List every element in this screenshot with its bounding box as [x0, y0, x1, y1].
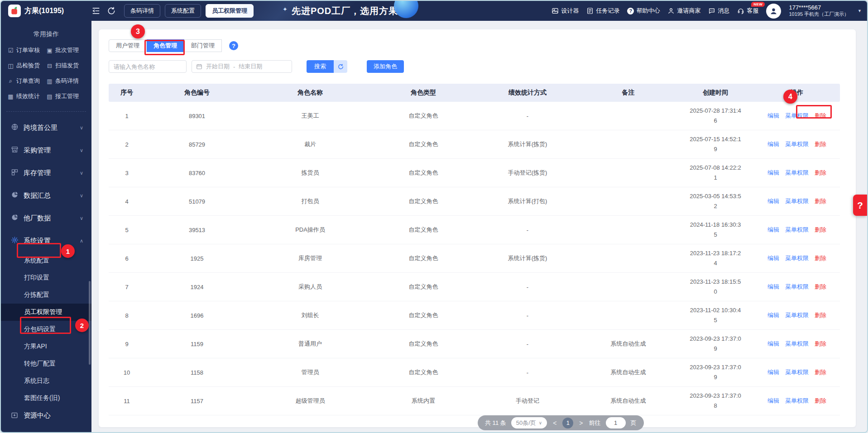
sidebar-menu-4[interactable]: 数据汇总∨ [1, 184, 91, 207]
tab-用户管理[interactable]: 用户管理 [109, 39, 147, 52]
delete-link[interactable]: 删除 [815, 254, 826, 262]
menu-permission-link[interactable]: 菜单权限 [785, 226, 809, 234]
tab-角色管理[interactable]: 角色管理 [147, 39, 184, 52]
tab-部门管理[interactable]: 部门管理 [184, 39, 222, 52]
prev-page-button[interactable]: < [552, 419, 557, 427]
edit-link[interactable]: 编辑 [767, 311, 779, 319]
menu-permission-link[interactable]: 菜单权限 [785, 283, 809, 291]
next-page-button[interactable]: > [578, 419, 584, 427]
quick-op-1[interactable]: ☑订单审核 [7, 43, 46, 58]
delete-link[interactable]: 删除 [815, 368, 826, 376]
topbar-tab-2[interactable]: 系统配置 [165, 4, 201, 18]
quick-op-2[interactable]: ▣批次管理 [46, 43, 85, 58]
delete-link[interactable]: 删除 [815, 112, 826, 120]
cell-remark: 系统自动生成 [580, 368, 677, 376]
refresh-icon[interactable] [107, 6, 116, 15]
sidebar-submenu-转他厂配置[interactable]: 转他厂配置 [1, 355, 91, 372]
cell-role-code: 89301 [145, 113, 249, 119]
date-range-picker[interactable]: 开始日期 - 结束日期 [192, 60, 292, 73]
cell-created-time: 2023-09-23 17:37:09 [677, 334, 754, 354]
menu-fold-icon[interactable] [91, 6, 101, 15]
quick-op-7[interactable]: ▦绩效统计 [7, 89, 46, 104]
tab-help-icon[interactable]: ? [229, 41, 238, 50]
edit-link[interactable]: 编辑 [767, 340, 779, 348]
quick-op-5[interactable]: ⌕订单查询 [7, 73, 46, 89]
sidebar-item-resource-center[interactable]: 资源中心 [1, 407, 91, 424]
sidebar-menu-2[interactable]: 采购管理∨ [1, 139, 91, 162]
sidebar-menu-1[interactable]: 跨境首公里∨ [1, 116, 91, 139]
topbar-item-2[interactable]: 任务记录 [586, 7, 619, 15]
delete-link[interactable]: 删除 [815, 140, 826, 148]
sidebar-menu-3[interactable]: 库存管理∨ [1, 162, 91, 184]
quick-op-6[interactable]: ▥条码详情 [46, 73, 85, 89]
menu-permission-link[interactable]: 菜单权限 [785, 397, 809, 405]
delete-link[interactable]: 删除 [815, 169, 826, 177]
delete-link[interactable]: 删除 [815, 226, 826, 234]
floating-help-button[interactable]: ? [853, 195, 867, 216]
role-name-input[interactable] [109, 60, 187, 73]
topbar-item-6[interactable]: 客服NEW [737, 7, 758, 15]
logo[interactable]: 方果(10195) [1, 5, 91, 17]
chevron-down-icon[interactable]: ▼ [858, 9, 862, 13]
quick-op-3[interactable]: ◫品检验货 [7, 58, 46, 73]
menu-permission-link[interactable]: 菜单权限 [785, 254, 809, 262]
delete-link[interactable]: 删除 [815, 397, 826, 405]
content-card: 用户管理角色管理部门管理? 开始日期 - 结束日期 搜索 添加角色 [99, 29, 856, 427]
menu-permission-link[interactable]: 菜单权限 [785, 311, 809, 319]
edit-link[interactable]: 编辑 [767, 169, 779, 177]
user-info[interactable]: 177****566710195 手机壳（工厂演示） [789, 4, 849, 18]
edit-link[interactable]: 编辑 [767, 254, 779, 262]
topbar-item-3[interactable]: ?帮助中心 [627, 7, 660, 15]
sidebar-submenu-系统日志[interactable]: 系统日志 [1, 372, 91, 390]
delete-link[interactable]: 删除 [815, 340, 826, 348]
page-size-select[interactable]: 50条/页 ∨ [511, 417, 547, 428]
search-button[interactable]: 搜索 [307, 60, 334, 73]
menu-permission-link[interactable]: 菜单权限 [785, 140, 809, 148]
sidebar-menu-5[interactable]: 他厂数据∨ [1, 207, 91, 229]
quick-op-8[interactable]: ▤报工管理 [46, 89, 85, 104]
sidebar-submenu-套图任务(旧)[interactable]: 套图任务(旧) [1, 390, 91, 407]
topbar-item-4[interactable]: 邀请商家 [667, 7, 700, 15]
topbar-tab-1[interactable]: 条码详情 [124, 4, 160, 18]
menu-permission-link[interactable]: 菜单权限 [785, 197, 809, 205]
edit-link[interactable]: 编辑 [767, 112, 779, 120]
purchase-icon [11, 146, 24, 155]
add-role-button[interactable]: 添加角色 [367, 60, 404, 73]
edit-link[interactable]: 编辑 [767, 197, 779, 205]
menu-permission-link[interactable]: 菜单权限 [785, 169, 809, 177]
edit-link[interactable]: 编辑 [767, 140, 779, 148]
sidebar-menu-6[interactable]: 系统设置∧ [1, 229, 91, 252]
menu-permission-link[interactable]: 菜单权限 [785, 340, 809, 348]
menu-permission-link[interactable]: 菜单权限 [785, 368, 809, 376]
sidebar-submenu-分拣配置[interactable]: 分拣配置 [1, 286, 91, 304]
avatar[interactable] [766, 4, 781, 19]
cell-role-type: 自定义角色 [371, 254, 475, 262]
edit-link[interactable]: 编辑 [767, 397, 779, 405]
current-page-button[interactable]: 1 [562, 418, 573, 428]
sidebar-submenu-方果API[interactable]: 方果API [1, 338, 91, 355]
goto-page-input[interactable] [606, 417, 626, 428]
table-row: 285729裁片自定义角色系统计算(拣货)2025-07-15 14:52:19… [109, 130, 840, 159]
cell-role-code: 1925 [145, 255, 249, 262]
sidebar-scrollbar[interactable] [89, 281, 91, 365]
delete-link[interactable]: 删除 [815, 311, 826, 319]
menu-permission-link[interactable]: 菜单权限 [785, 112, 809, 120]
sidebar-submenu-系统配置[interactable]: 系统配置 [1, 252, 91, 269]
cell-role-code: 85729 [145, 141, 249, 148]
topbar-item-5[interactable]: 消息 [708, 7, 729, 15]
edit-link[interactable]: 编辑 [767, 368, 779, 376]
cell-perf-method: - [475, 312, 580, 319]
delete-link[interactable]: 删除 [815, 197, 826, 205]
sidebar-submenu-员工权限管理[interactable]: 员工权限管理 [1, 304, 91, 321]
sidebar-submenu-打印设置[interactable]: 打印设置 [1, 269, 91, 286]
table-row: 189301王美工自定义角色-2025-07-28 17:31:46编辑菜单权限… [109, 102, 840, 130]
quick-op-4[interactable]: ⊟扫描发货 [46, 58, 85, 73]
reset-refresh-button[interactable] [334, 60, 347, 73]
edit-link[interactable]: 编辑 [767, 283, 779, 291]
delete-link[interactable]: 删除 [815, 283, 826, 291]
sidebar-submenu-分包码设置[interactable]: 分包码设置 [1, 321, 91, 338]
topbar-item-1[interactable]: 设计器 [551, 7, 579, 15]
edit-link[interactable]: 编辑 [767, 226, 779, 234]
topbar-tab-3[interactable]: 员工权限管理 [206, 4, 254, 18]
cell-role-name: 采购人员 [249, 283, 371, 291]
